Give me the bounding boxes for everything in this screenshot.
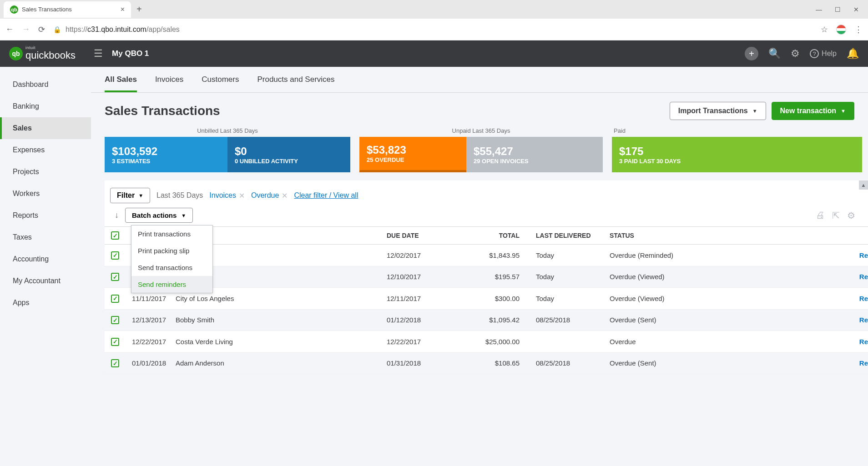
minimize-icon[interactable]: — — [816, 6, 822, 13]
bell-icon[interactable]: 🔔 — [847, 48, 859, 60]
row-action-link[interactable]: Re — [859, 316, 868, 324]
sidebar-item-sales[interactable]: Sales — [0, 117, 91, 139]
tab-all-sales[interactable]: All Sales — [105, 75, 137, 92]
filter-button[interactable]: Filter▼ — [110, 188, 150, 203]
cell-due-date: 12/11/2017 — [380, 288, 467, 310]
tile-open-invoices[interactable]: $55,427 29 OPEN INVOICES — [466, 137, 603, 172]
new-transaction-button[interactable]: New transaction▼ — [772, 102, 854, 120]
table-row[interactable]: ✓12/22/2017Costa Verde Living12/22/2017$… — [105, 331, 868, 353]
remove-chip-icon[interactable]: ✕ — [239, 191, 245, 200]
reload-icon[interactable]: ⟳ — [38, 25, 45, 35]
help-button[interactable]: ?Help — [810, 49, 837, 58]
table-row[interactable]: ✓01/01/2018Adam Anderson01/31/2018$108.6… — [105, 352, 868, 374]
browser-tab[interactable]: qb Sales Transactions × — [4, 1, 131, 18]
export-icon[interactable]: ⇱ — [832, 210, 840, 221]
table-row[interactable]: ✓12/13/2017Bobby Smith01/12/2018$1,095.4… — [105, 309, 868, 331]
company-name[interactable]: My QBO 1 — [112, 49, 149, 58]
filter-chip-overdue[interactable]: Overdue✕ — [251, 191, 288, 200]
close-window-icon[interactable]: ✕ — [853, 6, 859, 13]
clear-filter-link[interactable]: Clear filter / View all — [294, 191, 358, 200]
col-due-date[interactable]: DUE DATE — [380, 227, 467, 245]
cell-due-date: 12/22/2017 — [380, 331, 467, 353]
cell-total: $25,000.00 — [467, 331, 526, 353]
tile-overdue[interactable]: $53,823 25 OVERDUE — [359, 137, 466, 172]
tile-paid[interactable]: $175 3 PAID LAST 30 DAYS — [612, 137, 862, 172]
cell-due-date: 01/12/2018 — [380, 309, 467, 331]
sidebar-item-taxes[interactable]: Taxes — [0, 226, 91, 248]
caret-down-icon: ▼ — [841, 108, 846, 114]
sidebar-item-workers[interactable]: Workers — [0, 183, 91, 205]
remove-chip-icon[interactable]: ✕ — [282, 191, 288, 200]
import-transactions-button[interactable]: Import Transactions▼ — [670, 102, 766, 120]
batch-item-send-reminders[interactable]: Send reminders — [131, 276, 212, 293]
batch-item-print-transactions[interactable]: Print transactions — [131, 225, 212, 242]
back-icon[interactable]: ← — [5, 25, 14, 34]
row-checkbox[interactable]: ✓ — [111, 338, 119, 346]
table-row[interactable]: ✓ohnson12/02/2017$1,843.95TodayOverdue (… — [105, 245, 868, 266]
row-checkbox[interactable]: ✓ — [111, 359, 119, 367]
filter-chip-invoices[interactable]: Invoices✕ — [209, 191, 245, 200]
new-tab-button[interactable]: + — [136, 4, 142, 15]
cell-total: $1,843.95 — [467, 245, 526, 266]
row-action-link[interactable]: Re — [859, 295, 868, 302]
forward-icon[interactable]: → — [22, 25, 30, 34]
row-action-link[interactable]: Re — [859, 251, 868, 259]
row-action-link[interactable]: Re — [859, 338, 868, 346]
url-display[interactable]: 🔒 https://c31.qbo.intuit.com/app/sales — [53, 25, 812, 34]
table-row[interactable]: ✓11/11/2017City of Los Angeles12/11/2017… — [105, 288, 868, 310]
row-checkbox[interactable]: ✓ — [111, 251, 119, 260]
summary-label-unbilled: Unbilled Last 365 Days — [105, 127, 350, 134]
sidebar-item-apps[interactable]: Apps — [0, 292, 91, 314]
batch-item-print-packing-slip[interactable]: Print packing slip — [131, 242, 212, 259]
row-checkbox[interactable]: ✓ — [111, 295, 119, 303]
tab-close-icon[interactable]: × — [121, 5, 125, 14]
cell-customer: Costa Verde Living — [176, 331, 380, 353]
tile-estimates[interactable]: $103,592 3 ESTIMATES — [105, 137, 227, 172]
tab-products-and-services[interactable]: Products and Services — [257, 75, 334, 92]
page-title: Sales Transactions — [105, 104, 220, 118]
col-status[interactable]: STATUS — [603, 227, 699, 245]
sidebar-item-reports[interactable]: Reports — [0, 205, 91, 226]
col-last-delivered[interactable]: LAST DELIVERED — [526, 227, 603, 245]
col-total[interactable]: TOTAL — [467, 227, 526, 245]
cell-status: Overdue (Viewed) — [603, 288, 699, 310]
cell-status: Overdue (Sent) — [603, 352, 699, 374]
row-action-link[interactable]: Re — [859, 359, 868, 367]
cell-total: $108.65 — [467, 352, 526, 374]
row-checkbox[interactable]: ✓ — [111, 316, 119, 324]
cell-status: Overdue (Sent) — [603, 309, 699, 331]
row-action-link[interactable]: Re — [859, 273, 868, 281]
sidebar-item-accounting[interactable]: Accounting — [0, 248, 91, 270]
gear-icon[interactable]: ⚙ — [791, 48, 800, 60]
row-checkbox[interactable]: ✓ — [111, 273, 119, 281]
sidebar-item-my-accountant[interactable]: My Accountant — [0, 270, 91, 292]
quickbooks-logo[interactable]: qb intuitquickbooks — [9, 46, 76, 61]
tab-invoices[interactable]: Invoices — [155, 75, 183, 92]
search-icon[interactable]: 🔍 — [768, 48, 781, 60]
summary-tiles: Unbilled Last 365 Days $103,592 3 ESTIMA… — [91, 127, 868, 180]
sort-arrow-icon[interactable]: ↓ — [115, 210, 119, 220]
main-content: All SalesInvoicesCustomersProducts and S… — [91, 67, 868, 466]
table-row[interactable]: ✓ohnson12/10/2017$195.57TodayOverdue (Vi… — [105, 266, 868, 288]
sidebar-item-expenses[interactable]: Expenses — [0, 139, 91, 161]
sidebar-item-dashboard[interactable]: Dashboard — [0, 74, 91, 95]
cell-date: 12/22/2017 — [126, 331, 176, 353]
browser-menu-icon[interactable]: ⋮ — [854, 25, 863, 35]
sidebar-item-projects[interactable]: Projects — [0, 161, 91, 183]
table-settings-gear-icon[interactable]: ⚙ — [847, 210, 855, 221]
bookmark-star-icon[interactable]: ☆ — [821, 25, 828, 35]
create-plus-icon[interactable]: + — [745, 47, 758, 60]
sidebar-item-banking[interactable]: Banking — [0, 95, 91, 117]
extension-icon[interactable] — [836, 25, 846, 35]
menu-hamburger-icon[interactable]: ☰ — [94, 48, 103, 60]
maximize-icon[interactable]: ☐ — [835, 6, 841, 13]
select-all-checkbox[interactable]: ✓ — [111, 231, 119, 240]
batch-actions-button[interactable]: Batch actions▼ — [125, 208, 193, 223]
transactions-table-card: ▲ Filter▼ Last 365 Days Invoices✕ Overdu… — [105, 180, 868, 374]
tile-unbilled[interactable]: $0 0 UNBILLED ACTIVITY — [227, 137, 350, 172]
print-icon[interactable]: 🖨 — [816, 210, 825, 221]
batch-item-send-transactions[interactable]: Send transactions — [131, 259, 212, 276]
scroll-up-icon[interactable]: ▲ — [859, 180, 868, 190]
tab-customers[interactable]: Customers — [202, 75, 239, 92]
help-icon: ? — [810, 49, 819, 58]
